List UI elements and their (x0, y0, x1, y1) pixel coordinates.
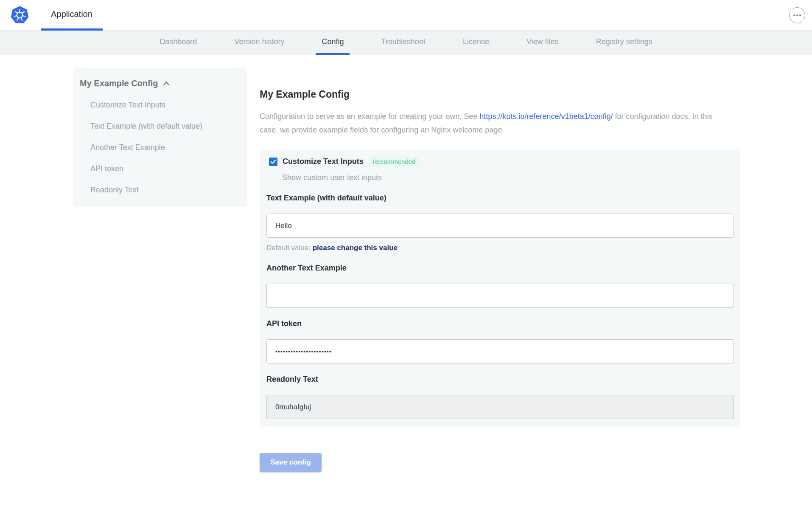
api-token-label: API token (266, 319, 734, 328)
app-navbar: Dashboard Version history Config Trouble… (0, 31, 812, 55)
another-text-example-input[interactable] (266, 284, 734, 308)
checkmark-icon (270, 159, 276, 164)
readonly-text-label: Readonly Text (266, 375, 734, 384)
chevron-up-icon (163, 81, 170, 86)
tab-troubleshoot[interactable]: Troubleshoot (375, 31, 431, 55)
sidebar-item-api-token[interactable]: API token (90, 164, 240, 173)
config-main: My Example Config Configuration to serve… (260, 68, 740, 472)
config-docs-link[interactable]: https://kots.io/reference/v1beta1/config… (479, 112, 613, 121)
text-example-label: Text Example (with default value) (266, 194, 734, 203)
sidebar-item-readonly-text[interactable]: Readonly Text (90, 186, 240, 194)
readonly-text-input (266, 395, 734, 419)
content-area: My Example Config Customize Text Inputs … (0, 55, 812, 472)
customize-text-inputs-row: Customize Text Inputs Recommended (266, 156, 734, 167)
kubernetes-logo-icon (10, 6, 29, 25)
config-card: Customize Text Inputs Recommended Show c… (260, 149, 740, 427)
text-example-default-value-note: Default value: please change this value (266, 244, 734, 252)
sidebar-item-another-text-example[interactable]: Another Text Example (90, 143, 240, 152)
recommended-badge: Recommended (369, 156, 420, 167)
app-header: Application (0, 0, 812, 31)
customize-text-inputs-label: Customize Text Inputs (283, 157, 364, 166)
ellipsis-menu-icon[interactable] (789, 7, 805, 23)
customize-text-inputs-checkbox[interactable] (269, 158, 277, 166)
sidebar-group-label: My Example Config (80, 79, 158, 88)
sidebar-group-my-example-config[interactable]: My Example Config (80, 79, 240, 88)
tab-registry-settings[interactable]: Registry settings (590, 31, 658, 55)
default-value-prefix: Default value: (266, 244, 313, 252)
sidebar-item-customize-text-inputs[interactable]: Customize Text Inputs (90, 101, 240, 110)
customize-text-inputs-help: Show custom user text inputs (266, 173, 734, 182)
sidebar-item-text-example[interactable]: Text Example (with default value) (90, 122, 240, 131)
config-description: Configuration to serve as an example for… (260, 110, 718, 137)
tab-version-history[interactable]: Version history (228, 31, 290, 55)
page-title: My Example Config (260, 89, 740, 100)
config-sidebar: My Example Config Customize Text Inputs … (73, 68, 247, 207)
application-tab[interactable]: Application (41, 0, 103, 31)
tab-config[interactable]: Config (316, 31, 350, 55)
text-example-input[interactable] (266, 214, 734, 238)
default-value-text: please change this value (313, 244, 398, 252)
tab-view-files[interactable]: View files (521, 31, 565, 55)
api-token-input[interactable] (266, 339, 734, 363)
description-text-before: Configuration to serve as an example for… (260, 112, 479, 121)
tab-dashboard[interactable]: Dashboard (154, 31, 203, 55)
save-config-button[interactable]: Save config (260, 453, 322, 472)
another-text-example-label: Another Text Example (266, 264, 734, 273)
tab-license[interactable]: License (457, 31, 495, 55)
